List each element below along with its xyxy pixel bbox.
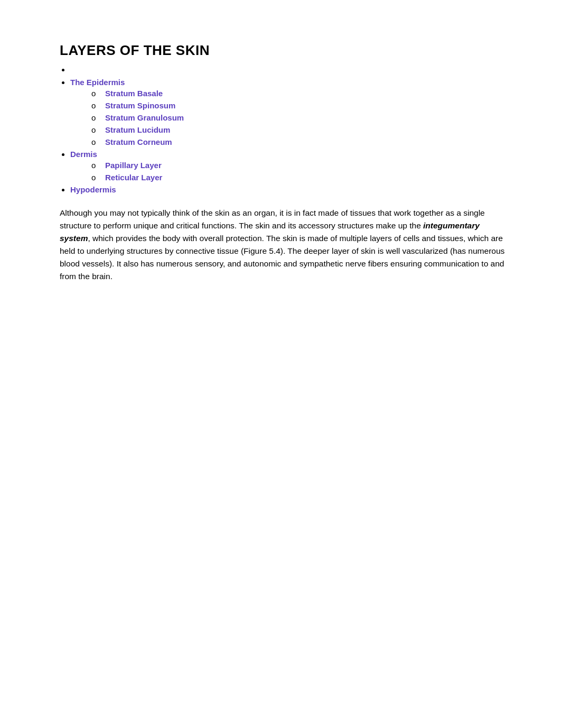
toc-item-dermis: Dermis o Papillary Layer o Reticular Lay… <box>70 150 508 182</box>
sub-item-reticular-layer: o Reticular Layer <box>91 173 508 182</box>
toc-link-dermis[interactable]: Dermis <box>70 150 97 159</box>
dermis-sub-list: o Papillary Layer o Reticular Layer <box>91 161 508 182</box>
sub-item-stratum-corneum: o Stratum Corneum <box>91 137 508 146</box>
body-text-part3: , which provides the body with overall p… <box>60 234 504 281</box>
toc-link-hypodermis[interactable]: Hypodermis <box>70 185 116 194</box>
sub-item-stratum-granulosum: o Stratum Granulosum <box>91 113 508 122</box>
sub-item-stratum-lucidum: o Stratum Lucidum <box>91 125 508 134</box>
sub-item-stratum-basale: o Stratum Basale <box>91 89 508 98</box>
sub-item-papillary-layer: o Papillary Layer <box>91 161 508 170</box>
toc-item-empty <box>70 65 508 76</box>
bullet-o-3: o <box>91 113 99 122</box>
toc-list: The Epidermis o Stratum Basale o Stratum… <box>70 65 508 194</box>
toc-link-epidermis[interactable]: The Epidermis <box>70 78 125 87</box>
bullet-o-4: o <box>91 125 99 134</box>
toc-link-stratum-spinosum[interactable]: Stratum Spinosum <box>105 101 175 110</box>
bullet-o-5: o <box>91 137 99 146</box>
epidermis-sub-list: o Stratum Basale o Stratum Spinosum o St… <box>91 89 508 146</box>
toc-link-papillary-layer[interactable]: Papillary Layer <box>105 161 162 170</box>
toc-link-stratum-granulosum[interactable]: Stratum Granulosum <box>105 113 184 122</box>
bullet-o-6: o <box>91 161 99 170</box>
page-container: LAYERS OF THE SKIN The Epidermis o Strat… <box>0 0 561 325</box>
body-text-part1: Although you may not typically think of … <box>60 208 485 230</box>
bullet-o-2: o <box>91 101 99 110</box>
bullet-o-7: o <box>91 173 99 182</box>
toc-link-stratum-basale[interactable]: Stratum Basale <box>105 89 163 98</box>
toc-item-hypodermis: Hypodermis <box>70 185 508 194</box>
page-title: LAYERS OF THE SKIN <box>60 42 508 59</box>
toc-item-epidermis: The Epidermis o Stratum Basale o Stratum… <box>70 78 508 146</box>
sub-item-stratum-spinosum: o Stratum Spinosum <box>91 101 508 110</box>
toc-link-stratum-lucidum[interactable]: Stratum Lucidum <box>105 125 170 134</box>
toc-link-stratum-corneum[interactable]: Stratum Corneum <box>105 137 172 146</box>
toc-link-reticular-layer[interactable]: Reticular Layer <box>105 173 162 182</box>
bullet-o-1: o <box>91 89 99 98</box>
body-paragraph: Although you may not typically think of … <box>60 207 508 283</box>
